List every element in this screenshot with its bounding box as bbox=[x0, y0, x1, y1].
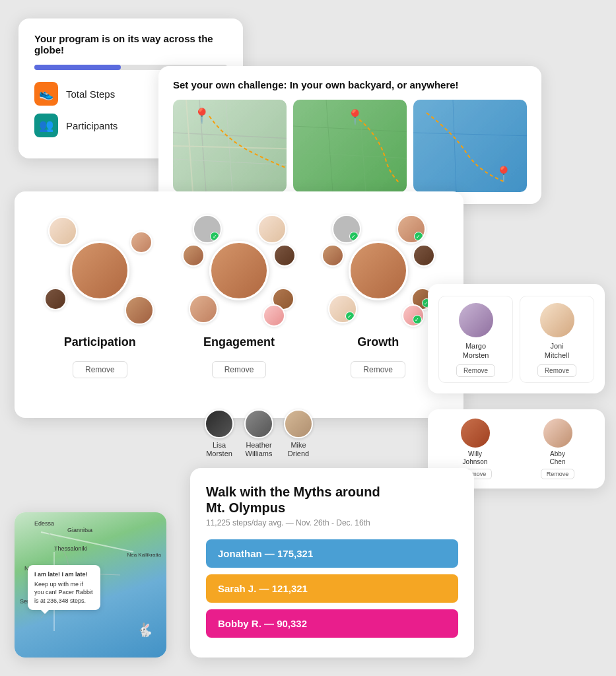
engagement-remove-btn[interactable]: Remove bbox=[212, 361, 267, 378]
map-pin-3: 📍 bbox=[495, 166, 512, 183]
map-challenge-title: Set your own challenge: In your own back… bbox=[173, 79, 527, 90]
lisa-avatar bbox=[205, 409, 234, 438]
growth-center-avatar bbox=[349, 241, 408, 300]
growth-avatar-3: ✓ bbox=[328, 294, 357, 323]
participant-lisa: LisaMorsten bbox=[205, 409, 234, 458]
participant-margo: MargoMorsten Remove bbox=[438, 296, 513, 383]
program-title: Your program is on its way across the gl… bbox=[34, 33, 227, 55]
growth-avatar-6 bbox=[413, 244, 435, 267]
abby-name: AbbyChen bbox=[550, 450, 566, 466]
growth-avatar-7: ✓ bbox=[402, 304, 425, 327]
margo-avatar bbox=[459, 303, 493, 337]
willy-name: WillyJohnson bbox=[463, 450, 488, 466]
map-challenge-card: Set your own challenge: In your own back… bbox=[158, 66, 541, 204]
participant-abby: AbbyChen Remove bbox=[518, 419, 597, 479]
tooltip-text: Keep up with me if you can! Pacer Rabbit… bbox=[34, 580, 94, 605]
growth-avatar-4 bbox=[322, 244, 344, 267]
engagement-avatar-2 bbox=[257, 215, 287, 244]
engagement-cluster: ✓ bbox=[180, 211, 298, 330]
greece-map-bg: Edessa Giannitsa Thessaloniki Naousa Ser… bbox=[15, 512, 166, 658]
lisa-name: LisaMorsten bbox=[206, 441, 232, 458]
joni-name: JoniMitchell bbox=[545, 341, 569, 360]
engagement-avatar-6 bbox=[273, 244, 296, 267]
participation-avatar-2 bbox=[125, 296, 154, 325]
leaderboard-row-1: Jonathan — 175,321 bbox=[206, 539, 458, 568]
heather-name: HeatherWilliams bbox=[246, 441, 273, 458]
leaderboard-title: Walk with the Myths aroundMt. Olympus bbox=[206, 484, 458, 516]
leaderboard-row-3: Bobby R. — 90,332 bbox=[206, 609, 458, 638]
map-image-3: 📍 bbox=[413, 100, 527, 192]
participants-icon: 👥 bbox=[34, 114, 58, 137]
participants-top-card: MargoMorsten Remove JoniMitchell Remove bbox=[428, 284, 605, 393]
engagement-avatar-4 bbox=[182, 244, 205, 267]
engagement-avatar-7 bbox=[263, 304, 285, 327]
participant-joni: JoniMitchell Remove bbox=[520, 296, 594, 383]
leaderboard-card: Walk with the Myths aroundMt. Olympus 11… bbox=[190, 468, 474, 658]
tooltip-title: I am late! I am late! bbox=[34, 570, 94, 579]
margo-remove-btn[interactable]: Remove bbox=[456, 364, 495, 377]
participation-label: Participation bbox=[64, 335, 136, 349]
mike-avatar bbox=[284, 409, 313, 438]
growth-label: Growth bbox=[357, 335, 399, 349]
floating-participants: LisaMorsten HeatherWilliams MikeDriend bbox=[205, 409, 313, 458]
abby-remove-btn[interactable]: Remove bbox=[541, 469, 575, 479]
rabbit-avatar: 🐇 bbox=[137, 622, 153, 638]
growth-col: ✓ ✓ ✓ ✓ ✓ Growth Remove bbox=[308, 211, 448, 378]
progress-bar-fill bbox=[34, 65, 121, 70]
margo-name: MargoMorsten bbox=[463, 341, 489, 360]
badges-row: Participation Remove ✓ Engagement Remove bbox=[30, 211, 448, 378]
participation-remove-btn[interactable]: Remove bbox=[73, 361, 127, 378]
joni-remove-btn[interactable]: Remove bbox=[537, 364, 576, 377]
participant-heather: HeatherWilliams bbox=[244, 409, 273, 458]
engagement-label: Engagement bbox=[203, 335, 275, 349]
engagement-avatar-1: ✓ bbox=[193, 215, 222, 244]
badges-card: Participation Remove ✓ Engagement Remove bbox=[15, 191, 463, 418]
growth-cluster: ✓ ✓ ✓ ✓ ✓ bbox=[319, 211, 438, 330]
map-dots-svg-1 bbox=[173, 100, 287, 192]
greece-map-tooltip: I am late! I am late! Keep up with me if… bbox=[28, 565, 100, 610]
participation-cluster bbox=[40, 211, 159, 330]
participant-mike: MikeDriend bbox=[284, 409, 313, 458]
engagement-col: ✓ Engagement Remove bbox=[170, 211, 309, 378]
participation-avatar-4 bbox=[44, 288, 67, 310]
growth-avatar-2: ✓ bbox=[397, 215, 426, 244]
engagement-center-avatar bbox=[209, 241, 269, 300]
willy-avatar bbox=[461, 419, 490, 448]
map-dots-svg-2 bbox=[293, 100, 407, 192]
abby-avatar bbox=[543, 419, 572, 448]
map-image-2: 📍 bbox=[293, 100, 407, 192]
leaderboard-subtitle: 11,225 steps/day avg. — Nov. 26th - Dec.… bbox=[206, 518, 458, 527]
heather-avatar bbox=[244, 409, 273, 438]
growth-remove-btn[interactable]: Remove bbox=[351, 361, 405, 378]
map-images-container: 📍 📍 � bbox=[173, 100, 527, 192]
joni-avatar bbox=[540, 303, 574, 337]
participation-center-avatar bbox=[70, 241, 129, 300]
growth-avatar-1: ✓ bbox=[332, 215, 361, 244]
participation-col: Participation Remove bbox=[30, 211, 170, 378]
steps-icon: 👟 bbox=[34, 82, 58, 106]
greece-map-card: Edessa Giannitsa Thessaloniki Naousa Ser… bbox=[15, 512, 166, 658]
svg-line-12 bbox=[41, 532, 133, 552]
participants-top-grid: MargoMorsten Remove JoniMitchell Remove bbox=[438, 296, 594, 383]
participation-avatar-1 bbox=[48, 217, 77, 246]
engagement-avatar-3 bbox=[189, 294, 218, 323]
leaderboard-row-2: Sarah J. — 121,321 bbox=[206, 574, 458, 603]
participation-avatar-3 bbox=[130, 231, 153, 254]
mike-name: MikeDriend bbox=[288, 441, 309, 458]
map-image-1: 📍 bbox=[173, 100, 287, 192]
